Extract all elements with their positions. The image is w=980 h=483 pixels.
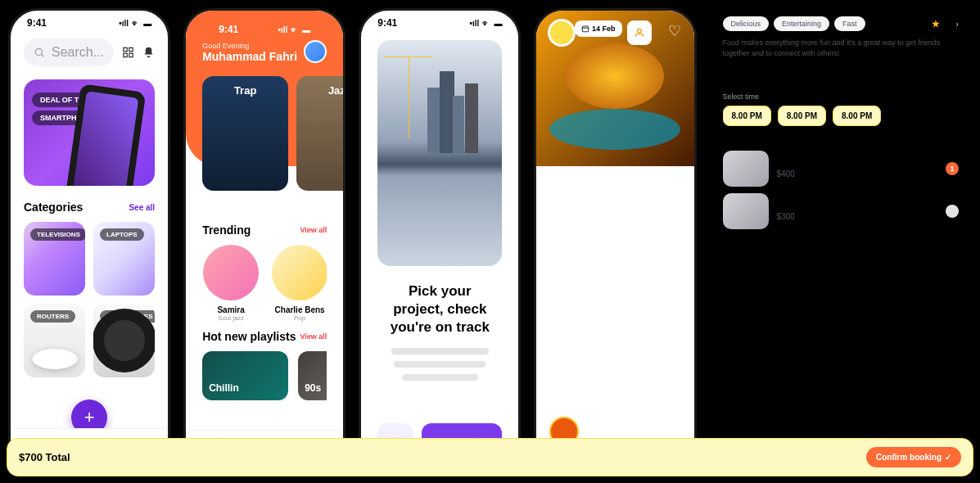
- svg-line-1: [41, 54, 43, 56]
- building-decoration: [453, 96, 464, 153]
- playlists-row: Chillin 90s: [202, 351, 327, 400]
- categories-header: Categories See all: [11, 192, 168, 217]
- chevron-right-icon: ›: [955, 19, 959, 29]
- project-hero-image: [377, 40, 502, 266]
- menu-name: Lemon chicken for 2: [777, 201, 938, 210]
- tag-chip[interactable]: Fast: [834, 16, 865, 31]
- booking-footer: $700 Total Confirm booking✓: [7, 438, 973, 476]
- tag-chip[interactable]: Delicious: [723, 16, 770, 31]
- category-card-televisions[interactable]: TELEVISIONS: [24, 222, 85, 296]
- category-label: LAPTOPS: [100, 228, 144, 241]
- search-icon: [34, 47, 45, 58]
- playlists-header: Hot new playlists View all: [202, 330, 327, 343]
- skeleton-line: [391, 348, 489, 354]
- artist-genre: Soul jazz: [202, 314, 260, 322]
- trending-header: Trending View all: [202, 223, 327, 237]
- menu-price: $400: [777, 169, 938, 178]
- svg-rect-3: [129, 47, 133, 51]
- skeleton-line: [394, 361, 485, 368]
- stats-row: $300minimum 6 guestmaximum: [723, 65, 960, 88]
- category-card-routers[interactable]: ROUTERS: [24, 304, 85, 377]
- menu-item[interactable]: Veggie burrito for 4$400 1: [723, 151, 960, 187]
- menu-image: [723, 151, 769, 187]
- artist-name: Samira: [202, 305, 260, 314]
- project-title: Pick your project, check you're on track: [386, 282, 494, 336]
- sun-icon: [548, 19, 576, 47]
- crane-decoration: [409, 56, 409, 138]
- category-card-headphones[interactable]: HEADPHONES: [93, 304, 155, 377]
- category-label: ROUTERS: [30, 310, 75, 323]
- search-input[interactable]: Search...: [24, 38, 114, 66]
- status-icons: •ıllᯤ▬: [470, 19, 503, 28]
- confirm-label: Confirm booking: [876, 453, 942, 462]
- search-placeholder: Search...: [52, 45, 104, 60]
- artists-row: SamiraSoul jazz Charlie BensPop RumaIndi…: [202, 245, 327, 322]
- artist-card[interactable]: SamiraSoul jazz: [202, 245, 260, 322]
- bell-icon[interactable]: [142, 45, 155, 60]
- quantity-badge[interactable]: 1: [946, 162, 959, 175]
- qr-icon[interactable]: [122, 45, 134, 60]
- category-card-laptops[interactable]: LAPTOPS: [93, 222, 155, 296]
- times-row: 8.00 PM 8.00 PM 8.00 PM: [723, 106, 960, 126]
- phone-booking: 14 Feb ♡ Ruby Daniel: [534, 8, 696, 475]
- menu-info: Veggie burrito for 4$400: [777, 159, 938, 178]
- artist-genre: Pop: [271, 314, 327, 322]
- menu-item[interactable]: Lemon chicken for 2$300: [723, 193, 960, 229]
- genre-label: Jazz: [328, 84, 345, 97]
- status-time: 9:41: [219, 24, 238, 35]
- phone-project: 9:41 •ıllᯤ▬ Pick your project, check you…: [359, 8, 521, 475]
- date-text: 14 Feb: [592, 25, 616, 33]
- phone-music: 9:41 •ıllᯤ▬ Good Evening Muhammad Fahri …: [183, 8, 345, 475]
- artist-card[interactable]: Charlie BensPop: [271, 245, 327, 322]
- time-slot[interactable]: 8.00 PM: [778, 106, 826, 126]
- playlist-card[interactable]: Chillin: [202, 351, 288, 400]
- playlist-label: Chillin: [209, 382, 239, 394]
- favorite-button[interactable]: ♡: [668, 22, 681, 40]
- time-slot[interactable]: 8.00 PM: [723, 106, 771, 126]
- user-icon: [634, 27, 645, 38]
- stat-label: maximum: [791, 76, 837, 88]
- hero-banner[interactable]: DEAL OF THE WEEK SMARTPHONES: [24, 79, 155, 186]
- genre-card-jazz[interactable]: Jazz: [296, 76, 345, 191]
- artist-avatar: [272, 245, 327, 300]
- tags-row: Delicious Entertaining Fast ★4.5›: [723, 16, 960, 31]
- food-image: [566, 43, 664, 109]
- quantity-badge[interactable]: [946, 205, 959, 218]
- tag-chip[interactable]: Entertaining: [774, 16, 829, 31]
- view-all-link[interactable]: View all: [300, 332, 327, 341]
- genres-row: Trap Jazz: [202, 76, 327, 191]
- rating[interactable]: ★4.5›: [932, 19, 959, 29]
- confirm-button[interactable]: Confirm booking✓: [866, 447, 961, 467]
- stat-minimum: $300minimum: [723, 65, 766, 88]
- see-all-link[interactable]: See all: [129, 203, 155, 212]
- time-label: Select time: [723, 93, 960, 101]
- menu-info: Lemon chicken for 2$300: [777, 201, 938, 221]
- plate-decoration: [549, 109, 680, 150]
- status-bar: 9:41 •ıllᯤ▬: [11, 11, 168, 32]
- category-label: TELEVISIONS: [30, 228, 85, 241]
- status-time: 9:41: [27, 17, 47, 29]
- svg-rect-14: [582, 26, 589, 32]
- total-price: $700 Total: [19, 451, 70, 463]
- project-content: Pick your project, check you're on track: [361, 274, 518, 395]
- status-bar: 9:41 •ıllᯤ▬: [202, 17, 327, 38]
- skeleton-line: [402, 374, 477, 381]
- playlist-card[interactable]: 90s: [298, 351, 327, 400]
- stat-maximum: 6 guestmaximum: [791, 65, 837, 88]
- genre-card-trap[interactable]: Trap: [202, 76, 288, 191]
- music-body: Trending View all SamiraSoul jazz Charli…: [186, 166, 343, 400]
- time-slot[interactable]: 8.00 PM: [833, 106, 881, 126]
- status-icons: •ıllᯤ▬: [278, 25, 310, 34]
- date-badge[interactable]: 14 Feb: [575, 20, 622, 37]
- description: Food makes everything more fun and it's …: [723, 38, 960, 58]
- playlists-title: Hot new playlists: [202, 330, 296, 343]
- host-badge[interactable]: [627, 20, 652, 45]
- status-time: 9:41: [377, 17, 397, 29]
- music-header: 9:41 •ıllᯤ▬ Good Evening Muhammad Fahri …: [186, 11, 343, 166]
- calendar-icon: [581, 25, 589, 33]
- booking-body: Delicious Entertaining Fast ★4.5› Food m…: [710, 8, 973, 244]
- menu-image: [723, 193, 769, 229]
- artist-name: Charlie Bens: [271, 305, 327, 314]
- view-all-link[interactable]: View all: [300, 226, 327, 234]
- status-bar: 9:41 •ıllᯤ▬: [361, 11, 518, 32]
